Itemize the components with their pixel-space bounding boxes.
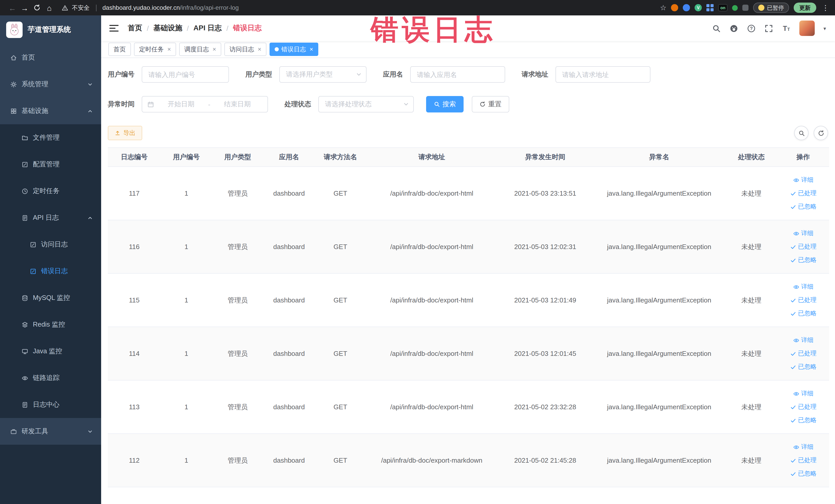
refresh-button[interactable] (814, 126, 828, 140)
detail-link[interactable]: 详细 (779, 173, 827, 187)
user-id-label: 用户编号 (108, 70, 135, 79)
sidebar-item-java-monitor[interactable]: Java 监控 (0, 338, 101, 365)
sidebar-item-mysql-monitor[interactable]: MySQL 监控 (0, 284, 101, 311)
sidebar: 芋道管理系统 首页 系统管理 基础设施 文件管理 配置 (0, 15, 101, 504)
address-bar[interactable]: 不安全 dashboard.yudao.iocoder.cn/infra/log… (62, 4, 239, 12)
app-name-input[interactable] (410, 66, 505, 83)
browser-menu-button[interactable]: ⋮ (822, 4, 829, 12)
process-status-select[interactable]: 请选择处理状态 (318, 96, 414, 113)
sidebar-item-infrastructure[interactable]: 基础设施 (0, 98, 101, 124)
col-user-type: 用户类型 (212, 148, 263, 167)
breadcrumb-item-api-logs[interactable]: API 日志 (194, 24, 222, 33)
mark-ignored-link[interactable]: 已忽略 (779, 467, 827, 480)
sidebar-item-system-mgmt[interactable]: 系统管理 (0, 71, 101, 98)
mark-ignored-link[interactable]: 已忽略 (779, 307, 827, 320)
request-url-input[interactable] (555, 66, 650, 83)
table-header: 日志编号 用户编号 用户类型 应用名 请求方法名 请求地址 异常发生时间 异常名… (108, 148, 829, 167)
tab-home[interactable]: 首页 (108, 43, 131, 56)
extension-icon-vue[interactable]: V (695, 4, 702, 11)
breadcrumb-item-infrastructure[interactable]: 基础设施 (154, 24, 182, 33)
fullscreen-icon[interactable] (765, 24, 773, 33)
sidebar-item-redis-monitor[interactable]: Redis 监控 (0, 311, 101, 338)
extension-icon-grid[interactable] (707, 4, 714, 11)
mark-processed-link[interactable]: 已处理 (779, 400, 827, 414)
date-start-input[interactable]: 开始日期 (156, 100, 206, 109)
extension-on-badge[interactable]: on (718, 4, 728, 11)
date-end-input[interactable]: 结束日期 (212, 100, 262, 109)
detail-link[interactable]: 详细 (779, 227, 827, 240)
mark-processed-link[interactable]: 已处理 (779, 240, 827, 254)
user-type-select[interactable]: 请选择用户类型 (279, 66, 367, 83)
mark-ignored-link[interactable]: 已忽略 (779, 200, 827, 213)
user-id-input[interactable] (142, 66, 229, 83)
date-range-picker[interactable]: 开始日期 - 结束日期 (142, 96, 268, 113)
cell-process-status: 未处理 (726, 167, 777, 220)
sidebar-item-scheduled-tasks[interactable]: 定时任务 (0, 178, 101, 204)
tab-access-log[interactable]: 访问日志× (224, 43, 266, 56)
extension-icon-1[interactable] (671, 4, 678, 11)
mark-ignored-link[interactable]: 已忽略 (779, 414, 827, 427)
sidebar-item-config-mgmt[interactable]: 配置管理 (0, 151, 101, 178)
sidebar-item-dev-tools[interactable]: 研发工具 (0, 418, 101, 445)
extension-icon-3[interactable] (732, 5, 738, 11)
search-button[interactable]: 搜索 (426, 96, 464, 113)
mark-ignored-link[interactable]: 已忽略 (779, 360, 827, 374)
github-icon[interactable] (730, 24, 738, 33)
sidebar-item-access-log[interactable]: 访问日志 (0, 231, 101, 258)
extension-icon-2[interactable] (683, 4, 690, 11)
close-icon[interactable]: × (167, 46, 171, 53)
browser-home-button[interactable]: ⌂ (43, 2, 56, 14)
cell-method: GET (315, 220, 366, 274)
eye-icon (793, 177, 799, 183)
col-method: 请求方法名 (315, 148, 366, 167)
font-size-icon[interactable] (782, 24, 791, 33)
hamburger-icon[interactable] (109, 24, 119, 32)
filter-row-2: 异常时间 开始日期 - 结束日期 处理状态 请选择处理状态 (108, 96, 829, 113)
detail-link[interactable]: 详细 (779, 280, 827, 294)
tab-scheduled-tasks[interactable]: 定时任务× (134, 43, 176, 56)
close-icon[interactable]: × (309, 46, 313, 53)
reset-button[interactable]: 重置 (472, 96, 509, 113)
col-exception-time: 异常发生时间 (497, 148, 593, 167)
app-logo[interactable]: 芋道管理系统 (0, 15, 101, 44)
close-icon[interactable]: × (258, 46, 261, 53)
col-user-id: 用户编号 (161, 148, 212, 167)
mark-processed-link[interactable]: 已处理 (779, 454, 827, 467)
toggle-search-button[interactable] (794, 126, 809, 140)
mark-processed-link[interactable]: 已处理 (779, 294, 827, 307)
detail-link[interactable]: 详细 (779, 334, 827, 347)
avatar[interactable] (799, 21, 815, 36)
browser-back-button[interactable]: ← (6, 2, 19, 14)
browser-reload-button[interactable] (31, 2, 43, 14)
avatar-caret-down-icon[interactable]: ▾ (823, 25, 826, 31)
sidebar-item-file-mgmt[interactable]: 文件管理 (0, 124, 101, 151)
bookmark-star-icon[interactable]: ☆ (660, 4, 666, 12)
help-icon[interactable] (747, 24, 756, 33)
close-icon[interactable]: × (212, 46, 216, 53)
sidebar-item-tracing[interactable]: 链路追踪 (0, 365, 101, 391)
eye-icon (793, 390, 799, 397)
tab-error-log[interactable]: 错误日志× (269, 43, 318, 56)
search-icon[interactable] (712, 24, 721, 33)
browser-forward-button[interactable]: → (19, 2, 31, 14)
browser-update-button[interactable]: 更新 (794, 3, 816, 13)
export-button[interactable]: 导出 (108, 126, 142, 140)
mark-ignored-link[interactable]: 已忽略 (779, 254, 827, 267)
sidebar-item-api-logs[interactable]: API 日志 (0, 204, 101, 231)
tab-dispatch-log[interactable]: 调度日志× (179, 43, 221, 56)
sidebar-item-error-log[interactable]: 错误日志 (0, 258, 101, 284)
mark-processed-link[interactable]: 已处理 (779, 347, 827, 360)
sidebar-item-home[interactable]: 首页 (0, 44, 101, 71)
security-label: 不安全 (72, 4, 89, 12)
detail-link[interactable]: 详细 (779, 387, 827, 400)
address-url[interactable]: dashboard.yudao.iocoder.cn/infra/log/api… (102, 4, 239, 11)
sidebar-item-log-center[interactable]: 日志中心 (0, 391, 101, 418)
cell-user-type: 管理员 (212, 327, 263, 380)
check-icon (790, 297, 796, 303)
breadcrumb-item-home[interactable]: 首页 (128, 24, 142, 33)
paused-badge[interactable]: 已暂停 (753, 3, 789, 13)
cell-user-id: 1 (161, 167, 212, 220)
detail-link[interactable]: 详细 (779, 440, 827, 454)
mark-processed-link[interactable]: 已处理 (779, 187, 827, 200)
extension-icon-4[interactable] (742, 5, 749, 11)
